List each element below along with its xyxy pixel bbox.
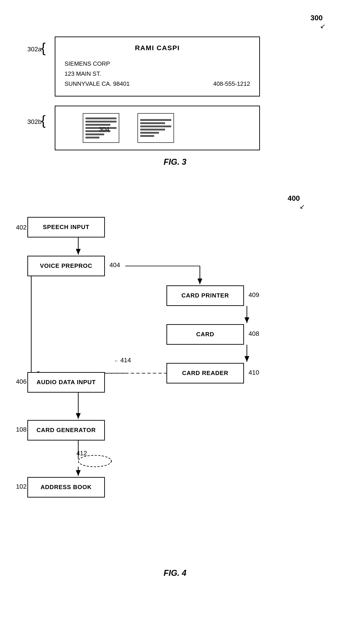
voice-preproc-label: VOICE PREPROC (40, 262, 92, 270)
card-reader-label: CARD READER (182, 370, 228, 377)
card-302a-container: 302a { RAMI CASPI SIEMENS CORP 123 MAIN … (55, 36, 260, 96)
label-412: 412 (76, 450, 87, 457)
arrow-300-icon: ↙ (320, 22, 325, 30)
box-voice-preproc: VOICE PREPROC (27, 256, 105, 276)
box-card-printer: CARD PRINTER (166, 286, 244, 306)
label-414-text: 414 (120, 356, 131, 364)
brace-302a-icon: { (41, 41, 46, 55)
card-302b-container: 302b { 304 (55, 106, 260, 150)
box-card-reader: CARD READER (166, 363, 244, 384)
card-generator-label: CARD GENERATOR (36, 426, 96, 434)
mini-line (140, 122, 165, 124)
label-102: 102 (16, 483, 27, 490)
card-address2: SUNNYVALE CA. 98401 (64, 79, 130, 89)
label-302a: 302a (27, 46, 41, 53)
label-304: 304 (99, 126, 109, 133)
address-book-label: ADDRESS BOOK (40, 484, 92, 491)
label-302b: 302b (27, 118, 41, 126)
card-name: RAMI CASPI (64, 44, 250, 52)
mini-line (85, 137, 99, 138)
label-404: 404 (109, 262, 120, 269)
brace-302b-icon: { (41, 112, 46, 128)
card-label: CARD (196, 331, 214, 338)
box-card-generator: CARD GENERATOR (27, 420, 105, 440)
svg-point-13 (78, 455, 111, 467)
label-414: ← 414 (114, 356, 131, 364)
page-container: 300 ↙ 302a { RAMI CASPI SIEMENS CORP 123… (0, 0, 350, 644)
mini-line (140, 132, 159, 134)
label-108: 108 (16, 426, 27, 433)
fig4-title: FIG. 4 (9, 568, 341, 578)
mini-line (140, 119, 171, 121)
card-info: SIEMENS CORP 123 MAIN ST. SUNNYVALE CA. … (64, 59, 250, 89)
mini-line (140, 135, 154, 137)
box-card: CARD (166, 324, 244, 345)
card-address-phone-row: SUNNYVALE CA. 98401 408-555-1212 (64, 79, 250, 89)
card-302b-box: 304 (55, 106, 260, 150)
mini-line (140, 126, 171, 127)
fig4-section: 400 ↙ (9, 180, 341, 578)
mini-line (85, 124, 110, 126)
label-402: 402 (16, 224, 27, 231)
fig3-title: FIG. 3 (9, 157, 341, 167)
fig3-number-label: 300 (311, 14, 323, 22)
arrow-left-icon: ← (114, 358, 119, 363)
mini-card-2 (137, 113, 174, 143)
mini-line (85, 121, 116, 122)
label-412-text: 412 (76, 450, 87, 457)
label-409: 409 (249, 291, 259, 298)
card-address1: 123 MAIN ST. (64, 69, 250, 79)
arrow-400-icon: ↙ (300, 203, 305, 210)
label-408: 408 (249, 330, 259, 338)
box-address-book: ADDRESS BOOK (27, 477, 105, 498)
mini-line (140, 129, 165, 130)
flow-diagram: SPEECH INPUT 402 VOICE PREPROC 404 AUDIO… (9, 217, 341, 559)
label-406: 406 (16, 378, 27, 385)
fig3-section: 300 ↙ 302a { RAMI CASPI SIEMENS CORP 123… (9, 9, 341, 180)
audio-data-input-label: AUDIO DATA INPUT (36, 379, 96, 386)
label-410: 410 (249, 369, 259, 376)
fig4-number-label: 400 (288, 194, 300, 202)
card-302a-box: RAMI CASPI SIEMENS CORP 123 MAIN ST. SUN… (55, 36, 260, 96)
speech-input-label: SPEECH INPUT (43, 224, 89, 231)
box-speech-input: SPEECH INPUT (27, 217, 105, 238)
mini-line (85, 118, 116, 119)
card-printer-label: CARD PRINTER (182, 292, 229, 299)
card-company: SIEMENS CORP (64, 59, 250, 69)
mini-line (85, 134, 104, 135)
box-audio-data-input: AUDIO DATA INPUT (27, 372, 105, 392)
card-phone: 408-555-1212 (213, 79, 250, 89)
